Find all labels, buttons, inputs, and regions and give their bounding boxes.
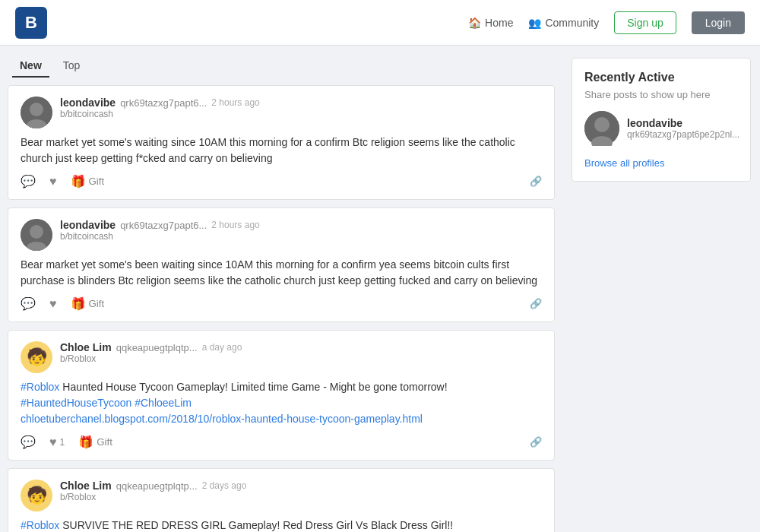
post-body: #Roblox Haunted House Tycoon Gameplay! L… [21, 379, 542, 427]
author-handle: qrk69tazxg7papt6... [120, 97, 207, 109]
avatar [21, 97, 52, 128]
browse-profiles-link[interactable]: Browse all profiles [584, 157, 665, 169]
post-body: Bear market yet some's waiting since 10A… [21, 135, 542, 166]
post-time: 2 hours ago [211, 97, 259, 108]
like-button[interactable]: ♥ 1 [49, 435, 65, 449]
sidebar-user-handle: qrk69tazxg7papt6pe2p2nl... [627, 129, 739, 140]
post-hashtags[interactable]: #HauntedHouseTycoon #ChloeeLim [21, 397, 192, 409]
gift-label: Gift [97, 436, 112, 448]
link-icon[interactable]: 🔗 [530, 436, 542, 448]
tab-new[interactable]: New [12, 55, 49, 78]
post-actions: 💬 ♥ 🎁 Gift 🔗 [21, 174, 542, 188]
author-name: leondavibe [60, 219, 116, 231]
post-time: 2 hours ago [211, 220, 259, 230]
post-tag-link[interactable]: #Roblox [21, 381, 59, 393]
author-line: leondavibe qrk69tazxg7papt6... 2 hours a… [60, 97, 542, 109]
gift-button[interactable]: 🎁 Gift [71, 296, 105, 311]
post-meta: leondavibe qrk69tazxg7papt6... 2 hours a… [60, 97, 542, 119]
comment-button[interactable]: 💬 [21, 296, 36, 311]
avatar: 🧒 [21, 480, 52, 511]
svg-point-1 [30, 103, 43, 116]
gift-icon: 🎁 [78, 435, 93, 449]
svg-point-4 [30, 225, 43, 239]
post-card: 🧒 Chloe Lim qqkeapuegtplqtp... a day ago… [8, 330, 555, 461]
left-column: New Top leondavibe qrk69tazxg7papt6... [0, 46, 562, 532]
author-name: leondavibe [60, 97, 116, 109]
sidebar-user-name: leondavibe [627, 117, 739, 129]
comment-button[interactable]: 💬 [21, 435, 36, 449]
post-community[interactable]: b/bitcoincash [60, 231, 542, 242]
like-count: 1 [60, 437, 65, 448]
community-icon: 👥 [528, 17, 541, 29]
author-handle: qrk69tazxg7papt6... [120, 220, 207, 231]
post-body: Bear market yet some's been waiting sinc… [21, 257, 542, 289]
main-layout: New Top leondavibe qrk69tazxg7papt6... [0, 46, 760, 532]
gift-label: Gift [89, 176, 105, 187]
signup-button[interactable]: Sign up [614, 11, 676, 34]
post-time: a day ago [202, 342, 242, 353]
post-header: leondavibe qrk69tazxg7papt6... 2 hours a… [21, 219, 542, 251]
author-handle: qqkeapuegtplqtp... [116, 480, 198, 492]
like-button[interactable]: ♥ [49, 297, 57, 311]
like-icon: ♥ [49, 435, 57, 449]
post-tag-link[interactable]: #Roblox [21, 519, 59, 531]
sidebar-subtitle: Share posts to show up here [584, 89, 738, 100]
header-nav: 🏠 Home 👥 Community Sign up Login [468, 11, 745, 34]
link-icon[interactable]: 🔗 [530, 176, 542, 187]
recently-active-card: Recently Active Share posts to show up h… [572, 58, 751, 182]
post-body: #Roblox SURVIVE THE RED DRESS GIRL Gamep… [21, 518, 542, 532]
nav-community-label: Community [545, 17, 599, 29]
post-header: 🧒 Chloe Lim qqkeapuegtplqtp... a day ago… [21, 341, 542, 373]
post-meta: Chloe Lim qqkeapuegtplqtp... a day ago b… [60, 341, 542, 364]
post-header: leondavibe qrk69tazxg7papt6... 2 hours a… [21, 97, 542, 128]
author-name: Chloe Lim [60, 480, 112, 492]
like-icon: ♥ [49, 297, 57, 311]
header: B 🏠 Home 👥 Community Sign up Login [0, 0, 760, 46]
tab-top[interactable]: Top [55, 55, 88, 78]
author-line: leondavibe qrk69tazxg7papt6... 2 hours a… [60, 219, 542, 231]
right-sidebar: Recently Active Share posts to show up h… [562, 46, 760, 532]
sidebar-avatar [584, 111, 619, 146]
post-card: 🧒 Chloe Lim qqkeapuegtplqtp... 2 days ag… [8, 468, 555, 532]
tabs-bar: New Top [0, 46, 562, 78]
nav-community[interactable]: 👥 Community [528, 17, 599, 29]
author-name: Chloe Lim [60, 341, 112, 353]
post-meta: Chloe Lim qqkeapuegtplqtp... 2 days ago … [60, 480, 542, 502]
login-button[interactable]: Login [692, 11, 745, 34]
logo[interactable]: B [15, 7, 47, 39]
sidebar-user-info: leondavibe qrk69tazxg7papt6pe2p2nl... [627, 117, 739, 140]
gift-button[interactable]: 🎁 Gift [78, 435, 112, 449]
comment-icon: 💬 [21, 174, 36, 188]
author-handle: qqkeapuegtplqtp... [116, 342, 198, 353]
avatar [21, 219, 52, 251]
author-line: Chloe Lim qqkeapuegtplqtp... 2 days ago [60, 480, 542, 492]
gift-button[interactable]: 🎁 Gift [71, 174, 105, 188]
post-url[interactable]: chloetuberchanel.blogspot.com/2018/10/ro… [21, 413, 423, 425]
like-icon: ♥ [49, 175, 57, 188]
post-actions: 💬 ♥ 🎁 Gift 🔗 [21, 296, 542, 311]
gift-label: Gift [89, 298, 105, 309]
post-time: 2 days ago [202, 480, 247, 491]
post-text: SURVIVE THE RED DRESS GIRL Gameplay! Red… [62, 519, 453, 531]
nav-home-label: Home [485, 17, 513, 29]
comment-icon: 💬 [21, 435, 36, 449]
header-left: B [15, 7, 47, 39]
comment-button[interactable]: 💬 [21, 174, 36, 188]
link-icon[interactable]: 🔗 [530, 298, 542, 309]
post-meta: leondavibe qrk69tazxg7papt6... 2 hours a… [60, 219, 542, 242]
post-card: leondavibe qrk69tazxg7papt6... 2 hours a… [8, 85, 555, 200]
post-community[interactable]: b/bitcoincash [60, 109, 542, 119]
post-community[interactable]: b/Roblox [60, 353, 542, 364]
comment-icon: 💬 [21, 296, 36, 311]
like-button[interactable]: ♥ [49, 175, 57, 188]
post-header: 🧒 Chloe Lim qqkeapuegtplqtp... 2 days ag… [21, 480, 542, 511]
svg-point-7 [594, 117, 610, 132]
gift-icon: 🎁 [71, 174, 86, 188]
author-line: Chloe Lim qqkeapuegtplqtp... a day ago [60, 341, 542, 353]
nav-home[interactable]: 🏠 Home [468, 17, 513, 29]
home-icon: 🏠 [468, 17, 481, 29]
avatar: 🧒 [21, 341, 52, 373]
post-card: leondavibe qrk69tazxg7papt6... 2 hours a… [8, 207, 555, 322]
gift-icon: 🎁 [71, 296, 86, 311]
post-community[interactable]: b/Roblox [60, 492, 542, 502]
